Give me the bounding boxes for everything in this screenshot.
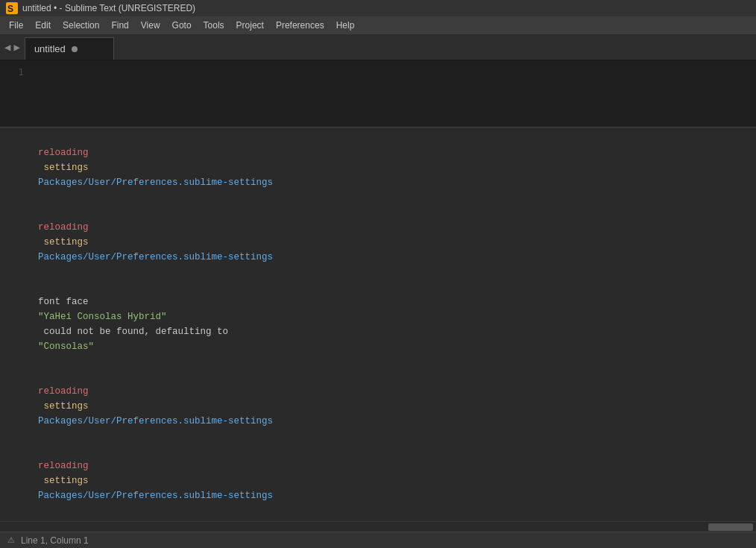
path-4: Packages/User/Preferences.sublime-settin… xyxy=(38,491,273,501)
path-3: Packages/User/Preferences.sublime-settin… xyxy=(38,416,273,426)
editor-content[interactable] xyxy=(30,60,746,127)
title-text: untitled • - Sublime Text (UNREGISTERED) xyxy=(22,3,195,13)
settings-keyword-1: settings xyxy=(38,163,94,173)
reloading-keyword-2: reloading xyxy=(38,222,89,233)
console-line-3: font face "YaHei Consolas Hybrid" could … xyxy=(4,280,752,369)
tab-nav-buttons: ◀ ▶ xyxy=(0,34,25,60)
menu-item-preferences[interactable]: Preferences xyxy=(270,16,330,34)
font-prefix: font face xyxy=(38,297,94,307)
font-middle: could not be found, defaulting to xyxy=(38,327,234,337)
console-scrollbar-thumb[interactable] xyxy=(708,523,753,531)
line-number-1: 1 xyxy=(6,65,24,80)
app-icon: S xyxy=(6,2,18,14)
console-scrollbar[interactable] xyxy=(0,521,756,532)
menu-item-help[interactable]: Help xyxy=(330,16,361,34)
font-quoted-2: "Consolas" xyxy=(38,341,94,352)
settings-keyword-2: settings xyxy=(38,237,94,248)
menu-item-find[interactable]: Find xyxy=(105,16,134,34)
menu-item-tools[interactable]: Tools xyxy=(198,16,230,34)
path-2: Packages/User/Preferences.sublime-settin… xyxy=(38,252,273,262)
tab-label: untitled xyxy=(34,43,66,54)
console-line-5: reloading settings Packages/User/Prefere… xyxy=(4,444,752,518)
menu-item-project[interactable]: Project xyxy=(230,16,270,34)
settings-keyword-3: settings xyxy=(38,401,94,412)
editor-area[interactable]: 1 xyxy=(0,60,756,127)
menu-item-edit[interactable]: Edit xyxy=(29,16,57,34)
menu-bar: FileEditSelectionFindViewGotoToolsProjec… xyxy=(0,16,756,34)
tab-prev-button[interactable]: ◀ xyxy=(3,41,12,54)
console-line-1: reloading settings Packages/User/Prefere… xyxy=(4,130,752,205)
console-line-4: reloading settings Packages/User/Prefere… xyxy=(4,369,752,444)
title-bar: S untitled • - Sublime Text (UNREGISTERE… xyxy=(0,0,756,16)
status-bar: ⚠ Line 1, Column 1 xyxy=(0,532,756,548)
reloading-keyword-3: reloading xyxy=(38,386,89,397)
line-numbers: 1 xyxy=(0,60,30,127)
tab-modified-dot xyxy=(72,46,78,52)
console-line-2: reloading settings Packages/User/Prefere… xyxy=(4,205,752,280)
status-warning-icon: ⚠ xyxy=(7,535,15,545)
tab-next-button[interactable]: ▶ xyxy=(12,41,21,54)
status-position: Line 1, Column 1 xyxy=(21,535,89,546)
svg-text:S: S xyxy=(7,4,13,14)
font-quoted-1: "YaHei Consolas Hybrid" xyxy=(38,312,167,322)
menu-item-goto[interactable]: Goto xyxy=(166,16,198,34)
path-1: Packages/User/Preferences.sublime-settin… xyxy=(38,177,273,188)
reloading-keyword-4: reloading xyxy=(38,461,89,471)
editor-scrollbar[interactable] xyxy=(746,60,756,127)
reloading-keyword-1: reloading xyxy=(38,148,89,158)
menu-item-view[interactable]: View xyxy=(135,16,166,34)
settings-keyword-4: settings xyxy=(38,476,94,486)
menu-item-selection[interactable]: Selection xyxy=(57,16,105,34)
tab-bar: ◀ ▶ untitled xyxy=(0,34,756,60)
active-tab[interactable]: untitled xyxy=(25,37,114,60)
console-panel: reloading settings Packages/User/Prefere… xyxy=(0,127,756,532)
console-lines: reloading settings Packages/User/Prefere… xyxy=(0,127,756,521)
menu-item-file[interactable]: File xyxy=(3,16,29,34)
status-left: ⚠ Line 1, Column 1 xyxy=(7,535,89,546)
